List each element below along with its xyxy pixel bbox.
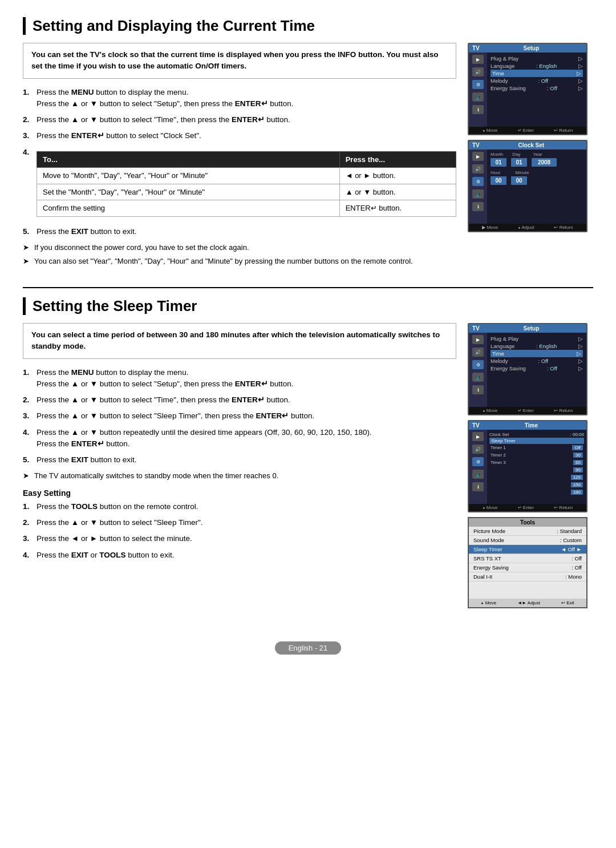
menu-item-sleep: Sleep Timer: [489, 438, 584, 444]
tv-sidebar: ▶ 🔊 ⚙ 📺 ℹ: [469, 333, 487, 407]
tv-clock-content: Month Day Year 01 01 2008 Hour: [487, 150, 586, 224]
tv-label: TV: [472, 142, 480, 148]
screen-title: Setup: [524, 45, 540, 51]
timer-item: 120: [489, 475, 584, 480]
section1-intro: You can set the TV's clock so that the c…: [23, 43, 456, 79]
menu-item: Plug & Play▷: [491, 335, 583, 342]
section1-screenshots: TV Setup ▶ 🔊 ⚙ 📺 ℹ: [468, 43, 593, 232]
menu-item: Energy Saving: Off▷: [491, 365, 583, 372]
step4-table: To... Press the... Move to "Month", "Day…: [37, 151, 456, 217]
footer-badge: English - 21: [275, 641, 342, 655]
screen-title: Setup: [524, 325, 540, 332]
tv-icon-2: 🔊: [472, 67, 484, 76]
step2-3: 3. Press the ▲ or ▼ button to select "Sl…: [23, 410, 456, 422]
tv-icon-3: ⚙: [472, 360, 484, 369]
easy-setting-block: Easy Setting 1. Press the TOOLS button o…: [23, 488, 456, 561]
tv-icon-2: 🔊: [472, 164, 484, 173]
note2-1: ➤ The TV automatically switches to stand…: [23, 470, 456, 482]
step2-5: 5. Press the EXIT button to exit.: [23, 454, 456, 466]
step1-5: 5. Press the EXIT button to exit.: [23, 226, 456, 237]
easy-step-4: 4. Press the EXIT or TOOLS button to exi…: [23, 550, 456, 561]
screen-title: Clock Set: [518, 142, 545, 148]
timer-item: 180: [489, 490, 584, 495]
tv-icon-3: ⚙: [472, 457, 484, 466]
tv-icon-2: 🔊: [472, 445, 484, 454]
tv-icon-1: ▶: [472, 55, 484, 64]
section2: Setting the Sleep Timer You can select a…: [23, 297, 593, 608]
step1-1: 1. Press the MENU button to display the …: [23, 87, 456, 110]
easy-step-1: 1. Press the TOOLS button on the remote …: [23, 501, 456, 512]
tv-icon-1: ▶: [472, 432, 484, 441]
table-row: Confirm the setting ENTER↵ button.: [37, 200, 456, 217]
tv-sidebar: ▶ 🔊 ⚙ 📺 ℹ: [469, 430, 487, 504]
table-cell: ENTER↵ button.: [339, 200, 456, 217]
timer-item: 150: [489, 482, 584, 487]
clock-values-row2: 00 00: [491, 176, 583, 185]
clock-minute: 00: [511, 176, 527, 185]
section-divider: [23, 287, 593, 288]
menu-item: Clock Set: 00:00: [489, 431, 584, 438]
section1-instructions: You can set the TV's clock so that the c…: [23, 43, 456, 270]
step1-3: 3. Press the ENTER↵ button to select "Cl…: [23, 130, 456, 142]
section2-body: You can select a time period of between …: [23, 323, 593, 608]
section1-body: You can set the TV's clock so that the c…: [23, 43, 593, 270]
tv-icon-2: 🔊: [472, 348, 484, 357]
tv-body: ▶ 🔊 ⚙ 📺 ℹ Month Day Year: [469, 150, 586, 224]
table-col2: Press the...: [339, 151, 456, 168]
table-row: Move to "Month", "Day", "Year", "Hour" o…: [37, 168, 456, 184]
note1-1: ➤ If you disconnect the power cord, you …: [23, 242, 456, 253]
tv-setup-screen-2: TV Setup ▶ 🔊 ⚙ 📺 ℹ: [468, 323, 587, 415]
tools-item-sound: Sound Mode: Custom: [469, 536, 586, 545]
section1-intro-text: You can set the TV's clock so that the c…: [31, 50, 439, 70]
tv-content: Plug & Play▷ Language: English▷ Time▷ Me…: [487, 333, 586, 407]
tv-icon-1: ▶: [472, 152, 484, 161]
tv-body: ▶ 🔊 ⚙ 📺 ℹ Clock Set: 00:00 Sleep Timer: [469, 430, 586, 504]
menu-item: Plug & Play▷: [491, 55, 583, 62]
menu-item: Melody: Off▷: [491, 77, 583, 84]
tools-item-sleep: Sleep Timer◄ Off ►: [469, 545, 586, 554]
clock-hour: 00: [491, 176, 506, 185]
tv-body: ▶ 🔊 ⚙ 📺 ℹ Plug & Play▷ Language: Englis: [469, 333, 586, 407]
tv-icon-3: ⚙: [472, 80, 484, 89]
tv-bottom-bar: ▶ Move⬥ Adjust↩ Return: [469, 224, 586, 231]
easy-setting-title: Easy Setting: [23, 488, 456, 498]
timer-item: Timer 1Off: [489, 445, 584, 450]
table-cell: ◄ or ► button.: [339, 168, 456, 184]
tv-tools-screen: Tools Picture Mode: Standard Sound Mode:…: [468, 517, 587, 608]
table-row: Set the "Month", "Day", "Year", "Hour" o…: [37, 184, 456, 200]
tv-title-bar: TV Setup: [469, 324, 586, 333]
section2-intro-text: You can select a time period of between …: [31, 330, 440, 350]
note1-2: ➤ You can also set "Year", "Month", "Day…: [23, 256, 456, 267]
section2-instructions: You can select a time period of between …: [23, 323, 456, 566]
tv-content: Plug & Play▷ Language: English▷ Time▷ Me…: [487, 53, 586, 127]
table-cell: Confirm the setting: [37, 200, 340, 217]
timer-item: Timer 230: [489, 453, 584, 458]
tv-time-screen: TV Time ▶ 🔊 ⚙ 📺 ℹ: [468, 420, 587, 512]
tv-bottom-bar: ⬥ Move↵ Enter↩ Return: [469, 407, 586, 414]
table-cell: ▲ or ▼ button.: [339, 184, 456, 200]
table-cell: Set the "Month", "Day", "Year", "Hour" o…: [37, 184, 340, 200]
tv-body: ▶ 🔊 ⚙ 📺 ℹ Plug & Play▷ Language: Englis: [469, 53, 586, 127]
tools-spacer: [469, 582, 586, 599]
tools-title: Tools: [469, 518, 586, 527]
menu-item-time: Time▷: [491, 70, 583, 77]
clock-labels-row2: Hour Minute: [491, 170, 583, 175]
tv-title-bar: TV Setup: [469, 44, 586, 53]
clock-year: 2008: [532, 158, 557, 167]
menu-item: Energy Saving: Off▷: [491, 84, 583, 92]
footer: English - 21: [23, 637, 593, 659]
section2-screenshots: TV Setup ▶ 🔊 ⚙ 📺 ℹ: [468, 323, 593, 608]
clock-month: 01: [491, 158, 506, 167]
clock-day: 01: [511, 158, 527, 167]
tv-icon-3: ⚙: [472, 177, 484, 186]
tv-icon-4: 📺: [472, 92, 484, 102]
step2-4: 4. Press the ▲ or ▼ button repeatedly un…: [23, 427, 456, 450]
step1-2: 2. Press the ▲ or ▼ button to select "Ti…: [23, 114, 456, 126]
tv-icon-5: ℹ: [472, 202, 484, 211]
tv-content: Clock Set: 00:00 Sleep Timer Timer 1Off: [487, 430, 586, 504]
step2-1: 1. Press the MENU button to display the …: [23, 367, 456, 390]
tv-setup-screen: TV Setup ▶ 🔊 ⚙ 📺 ℹ: [468, 43, 587, 135]
section1-title: Setting and Displaying the Current Time: [23, 17, 593, 35]
menu-item-time: Time▷: [491, 350, 583, 357]
tools-item-picture: Picture Mode: Standard: [469, 527, 586, 536]
